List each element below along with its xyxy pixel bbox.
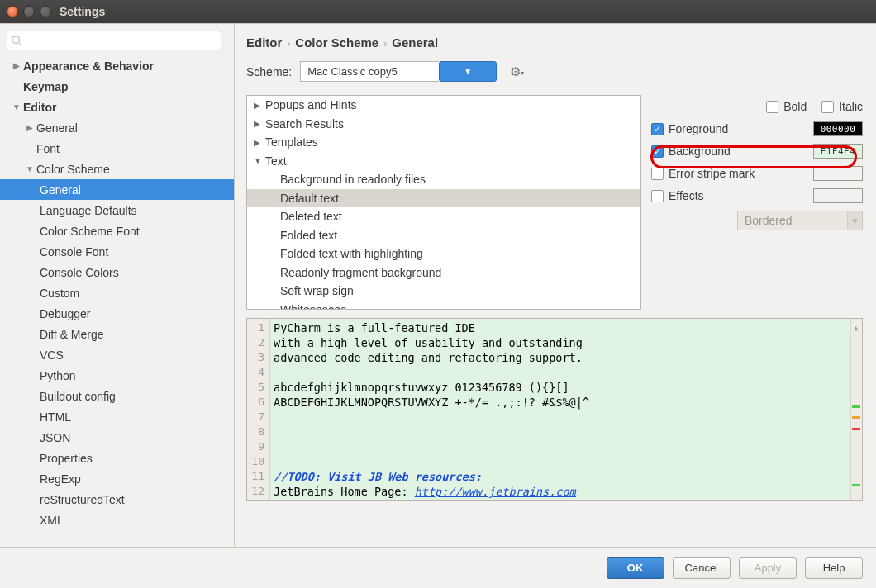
bold-checkbox[interactable]: Bold xyxy=(766,100,807,113)
sidebar-item[interactable]: Python xyxy=(0,365,234,386)
apply-button: Apply xyxy=(739,557,797,579)
sidebar-item[interactable]: ▶General xyxy=(0,117,234,138)
ok-button[interactable]: OK xyxy=(607,557,664,579)
sidebar-item[interactable]: Custom xyxy=(0,282,234,303)
sidebar-item[interactable]: RegExp xyxy=(0,468,234,489)
sidebar-item[interactable]: Console Font xyxy=(0,241,234,262)
sidebar-item[interactable]: ▼Color Scheme xyxy=(0,159,234,179)
svg-point-0 xyxy=(12,36,20,44)
window-title: Settings xyxy=(60,5,105,18)
category-sub-item[interactable]: Whitespaces xyxy=(247,301,640,311)
attribute-panel: Bold Italic ✓Foreground 000000 ✓Backgrou… xyxy=(651,95,863,310)
search-icon xyxy=(11,35,22,46)
sidebar-item[interactable]: Console Colors xyxy=(0,262,234,282)
sidebar-item[interactable]: reStructuredText xyxy=(0,489,234,510)
sidebar-item[interactable]: Debugger xyxy=(0,303,234,324)
foreground-checkbox[interactable]: ✓Foreground xyxy=(651,122,728,135)
sidebar-item[interactable]: VCS xyxy=(0,344,234,365)
sidebar-item[interactable]: XML xyxy=(0,510,234,530)
element-tree[interactable]: ▶Popups and Hints▶Search Results▶Templat… xyxy=(246,95,641,310)
help-button[interactable]: Help xyxy=(805,557,863,579)
effects-checkbox[interactable]: Effects xyxy=(651,189,704,202)
sidebar-item[interactable]: ▶Appearance & Behavior xyxy=(0,55,234,76)
preview-editor[interactable]: 1 2 3 4 5 6 7 8 9 10 11 12 13 14 PyCharm… xyxy=(246,318,863,501)
scrollbar[interactable]: ▲ xyxy=(850,319,862,500)
gear-icon[interactable]: ⚙▾ xyxy=(510,64,524,79)
cancel-button[interactable]: Cancel xyxy=(673,557,731,579)
category-sub-item[interactable]: Background in readonly files xyxy=(247,170,640,189)
sidebar-item[interactable]: Language Defaults xyxy=(0,200,234,220)
foreground-swatch[interactable]: 000000 xyxy=(813,121,863,136)
sidebar-item[interactable]: JSON xyxy=(0,427,234,448)
sidebar-item[interactable]: Diff & Merge xyxy=(0,324,234,344)
category-item[interactable]: ▶Templates xyxy=(247,133,640,152)
breadcrumb: Editor›Color Scheme›General xyxy=(246,32,863,61)
category-sub-item[interactable]: Readonly fragment background xyxy=(247,263,640,282)
settings-search-input[interactable] xyxy=(26,35,217,47)
category-sub-item[interactable]: Folded text xyxy=(247,226,640,245)
settings-tree[interactable]: ▶Appearance & BehaviorKeymap▼Editor▶Gene… xyxy=(0,55,234,547)
errorstripe-swatch[interactable] xyxy=(813,166,863,181)
category-item[interactable]: ▼Text xyxy=(247,152,640,171)
scheme-label: Scheme: xyxy=(246,65,292,78)
background-swatch[interactable]: E1F4E4 xyxy=(813,144,863,159)
settings-sidebar: ▶Appearance & BehaviorKeymap▼Editor▶Gene… xyxy=(0,24,235,547)
sidebar-item[interactable]: Color Scheme Font xyxy=(0,220,234,241)
dialog-footer: OK Cancel Apply Help xyxy=(0,547,876,588)
window-minimize-icon[interactable] xyxy=(23,6,35,17)
gutter: 1 2 3 4 5 6 7 8 9 10 11 12 13 14 xyxy=(247,319,270,500)
code-area: PyCharm is a full-featured IDE with a hi… xyxy=(270,319,862,500)
scheme-dropdown-icon[interactable]: ▼ xyxy=(439,61,497,82)
category-sub-item[interactable]: Soft wrap sign xyxy=(247,282,640,301)
category-item[interactable]: ▶Search Results xyxy=(247,115,640,134)
effects-type-select: Bordered▾ xyxy=(737,211,863,230)
svg-line-1 xyxy=(19,43,22,46)
category-sub-item[interactable]: Default text xyxy=(247,189,640,208)
background-checkbox[interactable]: ✓Background xyxy=(651,145,731,158)
errorstripe-checkbox[interactable]: Error stripe mark xyxy=(651,167,755,180)
sidebar-item[interactable]: Properties xyxy=(0,448,234,468)
scheme-value: Mac Classic copy5 xyxy=(300,61,439,82)
category-sub-item[interactable]: Deleted text xyxy=(247,207,640,226)
category-sub-item[interactable]: Folded text with highlighting xyxy=(247,244,640,263)
sidebar-item[interactable]: Font xyxy=(0,138,234,159)
sidebar-item[interactable]: HTML xyxy=(0,406,234,427)
category-item[interactable]: ▶Popups and Hints xyxy=(247,96,640,115)
window-maximize-icon[interactable] xyxy=(40,6,51,17)
window-close-icon[interactable] xyxy=(7,6,18,17)
sidebar-item[interactable]: Keymap xyxy=(0,76,234,97)
scheme-select[interactable]: Mac Classic copy5 ▼ xyxy=(300,61,497,82)
settings-search[interactable] xyxy=(7,31,221,50)
sidebar-item[interactable]: ▼Editor xyxy=(0,97,234,117)
sidebar-item[interactable]: General xyxy=(0,179,234,200)
chevron-down-icon: ▾ xyxy=(847,211,862,230)
titlebar: Settings xyxy=(0,0,876,23)
scroll-marker-icon: ▲ xyxy=(854,320,858,335)
italic-checkbox[interactable]: Italic xyxy=(821,100,863,113)
sidebar-item[interactable]: Buildout config xyxy=(0,386,234,406)
effects-swatch[interactable] xyxy=(813,188,863,203)
